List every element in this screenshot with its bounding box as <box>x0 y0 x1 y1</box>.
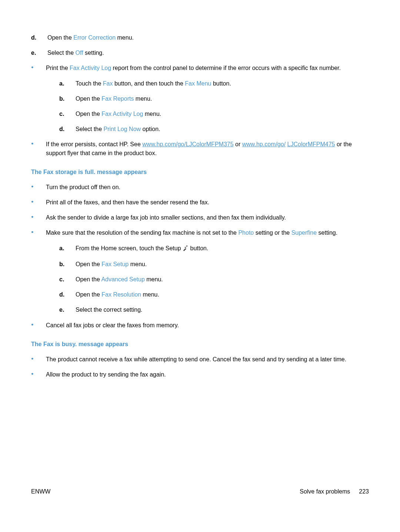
alpha-item-a: a. From the Home screen, touch the Setup… <box>59 244 369 253</box>
content-area: d. Open the Error Correction menu. e. Se… <box>31 33 369 379</box>
text: menu. <box>134 96 152 102</box>
text: menu. <box>145 276 163 282</box>
text: report from the control panel to determi… <box>111 65 341 71</box>
text: If the error persists, contact HP. See <box>46 141 142 147</box>
alpha-marker: e. <box>59 305 64 314</box>
text: From the Home screen, touch the Setup <box>76 245 183 251</box>
link-m475-part2[interactable]: LJColorMFPM475 <box>287 141 335 147</box>
footer-page-number: 223 <box>359 487 369 496</box>
alpha-marker: b. <box>59 260 64 268</box>
alpha-marker: d. <box>31 33 36 42</box>
alpha-list-storage: a. From the Home screen, touch the Setup… <box>44 244 369 314</box>
bullet-cannot-receive: The product cannot receive a fax while a… <box>31 355 369 364</box>
alpha-item-e: e. Select the Off setting. <box>31 48 369 57</box>
text: Open the <box>47 34 73 41</box>
bullet-turn-off-on: Turn the product off then on. <box>31 183 369 191</box>
text: setting. <box>83 50 104 56</box>
bullet-cancel-all: Cancel all fax jobs or clear the faxes f… <box>31 321 369 329</box>
alpha-item-d: d. Open the Error Correction menu. <box>31 33 369 42</box>
alpha-item-c: c. Open the Advanced Setup menu. <box>59 275 369 284</box>
bullet-try-again: Allow the product to try sending the fax… <box>31 370 369 379</box>
ui-term-error-correction: Error Correction <box>73 34 116 41</box>
text: button. <box>189 245 208 251</box>
text: Select the <box>47 50 76 56</box>
bullet-list-main: Print the Fax Activity Log report from t… <box>31 64 369 157</box>
alpha-marker: c. <box>59 110 64 118</box>
ui-term-photo: Photo <box>238 230 254 236</box>
ui-term-fax-activity-log2: Fax Activity Log <box>101 111 143 117</box>
text: Open the <box>76 276 101 282</box>
text: Make sure that the resolution of the sen… <box>46 230 238 236</box>
alpha-marker: b. <box>59 94 64 103</box>
text: Open the <box>76 291 101 298</box>
ui-term-superfine: Superfine <box>291 230 317 236</box>
text: Print the <box>46 65 70 71</box>
alpha-list-top: d. Open the Error Correction menu. e. Se… <box>31 33 369 57</box>
ui-term-fax: Fax <box>103 80 113 87</box>
text: or <box>234 141 242 147</box>
alpha-marker: d. <box>59 125 64 133</box>
footer-left: ENWW <box>31 487 50 496</box>
alpha-list-print: a. Touch the Fax button, and then touch … <box>44 79 369 134</box>
alpha-marker: a. <box>59 79 64 88</box>
text: Open the <box>76 261 101 267</box>
text: option. <box>141 126 160 132</box>
heading-fax-busy: The Fax is busy. message appears <box>31 340 369 348</box>
text: setting or the <box>254 230 291 236</box>
text: menu. <box>116 34 134 41</box>
alpha-item-d: d. Select the Print Log Now option. <box>59 125 369 133</box>
setup-wrench-icon <box>183 245 189 253</box>
alpha-marker: e. <box>31 48 36 57</box>
bullet-print-all: Print all of the faxes, and then have th… <box>31 198 369 207</box>
ui-term-fax-reports: Fax Reports <box>101 96 134 102</box>
heading-storage-full: The Fax storage is full. message appears <box>31 168 369 176</box>
ui-term-advanced-setup: Advanced Setup <box>101 276 144 282</box>
bullet-list-storage: Turn the product off then on. Print all … <box>31 183 369 329</box>
text: setting. <box>317 230 337 236</box>
footer-section-title: Solve fax problems <box>300 487 350 496</box>
text: menu. <box>143 111 161 117</box>
link-m475-part1[interactable]: www.hp.com/go/ <box>242 141 286 147</box>
ui-term-fax-activity-log: Fax Activity Log <box>70 65 111 71</box>
page-container: d. Open the Error Correction menu. e. Se… <box>0 0 400 532</box>
bullet-divide: Ask the sender to divide a large fax job… <box>31 213 369 222</box>
page-footer: ENWW Solve fax problems 223 <box>31 487 369 496</box>
bullet-contact-hp: If the error persists, contact HP. See w… <box>31 140 369 157</box>
alpha-item-e: e. Select the correct setting. <box>59 305 369 314</box>
alpha-item-d: d. Open the Fax Resolution menu. <box>59 290 369 299</box>
alpha-item-b: b. Open the Fax Reports menu. <box>59 94 369 103</box>
text: Select the <box>76 126 104 132</box>
alpha-marker: c. <box>59 275 64 284</box>
text: button, and then touch the <box>113 80 185 87</box>
text: menu. <box>141 291 159 298</box>
text: Open the <box>76 111 101 117</box>
ui-term-fax-setup: Fax Setup <box>101 261 129 267</box>
text: Select the correct setting. <box>76 307 143 313</box>
ui-term-print-log-now: Print Log Now <box>104 126 141 132</box>
text: Open the <box>76 96 101 102</box>
ui-term-fax-resolution: Fax Resolution <box>101 291 141 298</box>
bullet-resolution: Make sure that the resolution of the sen… <box>31 228 369 314</box>
alpha-item-a: a. Touch the Fax button, and then touch … <box>59 79 369 88</box>
ui-term-fax-menu: Fax Menu <box>185 80 211 87</box>
bullet-print-activity: Print the Fax Activity Log report from t… <box>31 64 369 133</box>
alpha-marker: a. <box>59 244 64 252</box>
text: Touch the <box>76 80 103 87</box>
alpha-item-b: b. Open the Fax Setup menu. <box>59 260 369 268</box>
footer-right: Solve fax problems 223 <box>300 487 369 496</box>
ui-term-off: Off <box>76 50 83 56</box>
alpha-marker: d. <box>59 290 64 299</box>
bullet-list-busy: The product cannot receive a fax while a… <box>31 355 369 379</box>
link-m375[interactable]: www.hp.com/go/LJColorMFPM375 <box>142 141 233 147</box>
text: menu. <box>129 261 147 267</box>
alpha-item-c: c. Open the Fax Activity Log menu. <box>59 110 369 118</box>
text: button. <box>211 80 231 87</box>
